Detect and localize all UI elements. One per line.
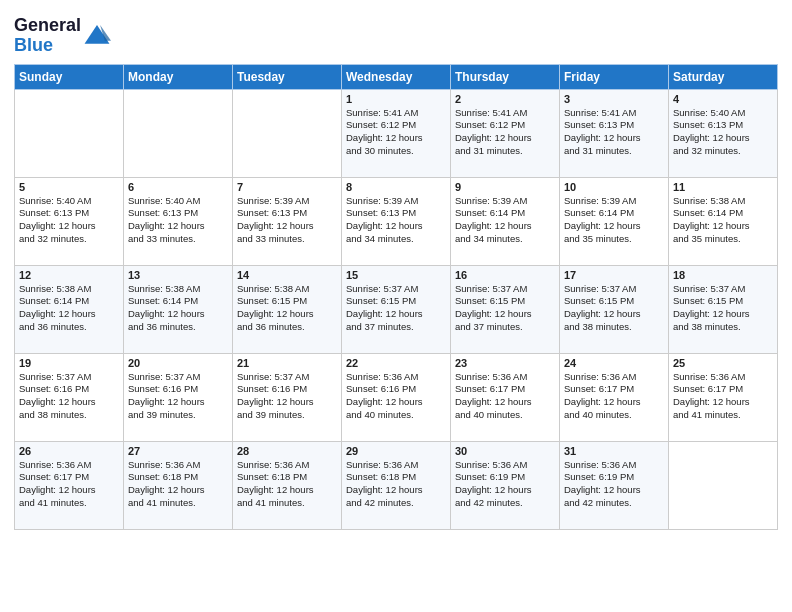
day-number: 30 bbox=[455, 445, 555, 457]
day-number: 24 bbox=[564, 357, 664, 369]
day-info: Sunrise: 5:36 AM Sunset: 6:19 PM Dayligh… bbox=[455, 459, 555, 510]
logo-icon bbox=[83, 22, 111, 50]
calendar-header: SundayMondayTuesdayWednesdayThursdayFrid… bbox=[15, 64, 778, 89]
day-number: 8 bbox=[346, 181, 446, 193]
day-info: Sunrise: 5:36 AM Sunset: 6:17 PM Dayligh… bbox=[564, 371, 664, 422]
day-info: Sunrise: 5:40 AM Sunset: 6:13 PM Dayligh… bbox=[673, 107, 773, 158]
day-number: 21 bbox=[237, 357, 337, 369]
day-number: 13 bbox=[128, 269, 228, 281]
header-row: SundayMondayTuesdayWednesdayThursdayFrid… bbox=[15, 64, 778, 89]
page: GeneralBlue SundayMondayTuesdayWednesday… bbox=[0, 0, 792, 612]
day-number: 2 bbox=[455, 93, 555, 105]
day-number: 15 bbox=[346, 269, 446, 281]
calendar-cell: 14Sunrise: 5:38 AM Sunset: 6:15 PM Dayli… bbox=[233, 265, 342, 353]
calendar-cell: 25Sunrise: 5:36 AM Sunset: 6:17 PM Dayli… bbox=[669, 353, 778, 441]
calendar-cell: 18Sunrise: 5:37 AM Sunset: 6:15 PM Dayli… bbox=[669, 265, 778, 353]
day-number: 17 bbox=[564, 269, 664, 281]
calendar-cell: 10Sunrise: 5:39 AM Sunset: 6:14 PM Dayli… bbox=[560, 177, 669, 265]
day-info: Sunrise: 5:36 AM Sunset: 6:17 PM Dayligh… bbox=[673, 371, 773, 422]
day-number: 16 bbox=[455, 269, 555, 281]
day-number: 5 bbox=[19, 181, 119, 193]
header-day-saturday: Saturday bbox=[669, 64, 778, 89]
day-info: Sunrise: 5:36 AM Sunset: 6:18 PM Dayligh… bbox=[346, 459, 446, 510]
calendar-cell: 3Sunrise: 5:41 AM Sunset: 6:13 PM Daylig… bbox=[560, 89, 669, 177]
day-number: 25 bbox=[673, 357, 773, 369]
calendar-cell: 8Sunrise: 5:39 AM Sunset: 6:13 PM Daylig… bbox=[342, 177, 451, 265]
day-info: Sunrise: 5:36 AM Sunset: 6:17 PM Dayligh… bbox=[455, 371, 555, 422]
header-day-tuesday: Tuesday bbox=[233, 64, 342, 89]
calendar-cell: 21Sunrise: 5:37 AM Sunset: 6:16 PM Dayli… bbox=[233, 353, 342, 441]
day-number: 12 bbox=[19, 269, 119, 281]
calendar-cell: 9Sunrise: 5:39 AM Sunset: 6:14 PM Daylig… bbox=[451, 177, 560, 265]
calendar-cell: 27Sunrise: 5:36 AM Sunset: 6:18 PM Dayli… bbox=[124, 441, 233, 529]
calendar-week-2: 5Sunrise: 5:40 AM Sunset: 6:13 PM Daylig… bbox=[15, 177, 778, 265]
day-info: Sunrise: 5:41 AM Sunset: 6:12 PM Dayligh… bbox=[346, 107, 446, 158]
header: GeneralBlue bbox=[14, 10, 778, 56]
day-info: Sunrise: 5:39 AM Sunset: 6:13 PM Dayligh… bbox=[237, 195, 337, 246]
calendar-cell: 23Sunrise: 5:36 AM Sunset: 6:17 PM Dayli… bbox=[451, 353, 560, 441]
calendar-cell bbox=[233, 89, 342, 177]
calendar-cell: 13Sunrise: 5:38 AM Sunset: 6:14 PM Dayli… bbox=[124, 265, 233, 353]
day-info: Sunrise: 5:37 AM Sunset: 6:16 PM Dayligh… bbox=[19, 371, 119, 422]
header-day-wednesday: Wednesday bbox=[342, 64, 451, 89]
calendar-cell: 30Sunrise: 5:36 AM Sunset: 6:19 PM Dayli… bbox=[451, 441, 560, 529]
day-number: 19 bbox=[19, 357, 119, 369]
calendar-cell: 1Sunrise: 5:41 AM Sunset: 6:12 PM Daylig… bbox=[342, 89, 451, 177]
day-info: Sunrise: 5:36 AM Sunset: 6:17 PM Dayligh… bbox=[19, 459, 119, 510]
day-info: Sunrise: 5:36 AM Sunset: 6:19 PM Dayligh… bbox=[564, 459, 664, 510]
calendar-week-5: 26Sunrise: 5:36 AM Sunset: 6:17 PM Dayli… bbox=[15, 441, 778, 529]
calendar-cell: 7Sunrise: 5:39 AM Sunset: 6:13 PM Daylig… bbox=[233, 177, 342, 265]
day-info: Sunrise: 5:36 AM Sunset: 6:16 PM Dayligh… bbox=[346, 371, 446, 422]
day-info: Sunrise: 5:37 AM Sunset: 6:15 PM Dayligh… bbox=[346, 283, 446, 334]
calendar-cell: 6Sunrise: 5:40 AM Sunset: 6:13 PM Daylig… bbox=[124, 177, 233, 265]
day-info: Sunrise: 5:37 AM Sunset: 6:16 PM Dayligh… bbox=[128, 371, 228, 422]
day-number: 20 bbox=[128, 357, 228, 369]
day-number: 18 bbox=[673, 269, 773, 281]
day-info: Sunrise: 5:39 AM Sunset: 6:13 PM Dayligh… bbox=[346, 195, 446, 246]
calendar-cell: 5Sunrise: 5:40 AM Sunset: 6:13 PM Daylig… bbox=[15, 177, 124, 265]
calendar-body: 1Sunrise: 5:41 AM Sunset: 6:12 PM Daylig… bbox=[15, 89, 778, 529]
day-number: 3 bbox=[564, 93, 664, 105]
calendar-cell: 12Sunrise: 5:38 AM Sunset: 6:14 PM Dayli… bbox=[15, 265, 124, 353]
header-day-sunday: Sunday bbox=[15, 64, 124, 89]
calendar-table: SundayMondayTuesdayWednesdayThursdayFrid… bbox=[14, 64, 778, 530]
day-number: 29 bbox=[346, 445, 446, 457]
header-day-friday: Friday bbox=[560, 64, 669, 89]
header-day-thursday: Thursday bbox=[451, 64, 560, 89]
calendar-cell bbox=[15, 89, 124, 177]
day-info: Sunrise: 5:36 AM Sunset: 6:18 PM Dayligh… bbox=[237, 459, 337, 510]
calendar-cell: 17Sunrise: 5:37 AM Sunset: 6:15 PM Dayli… bbox=[560, 265, 669, 353]
day-info: Sunrise: 5:37 AM Sunset: 6:15 PM Dayligh… bbox=[455, 283, 555, 334]
day-number: 11 bbox=[673, 181, 773, 193]
calendar-cell: 31Sunrise: 5:36 AM Sunset: 6:19 PM Dayli… bbox=[560, 441, 669, 529]
day-info: Sunrise: 5:39 AM Sunset: 6:14 PM Dayligh… bbox=[455, 195, 555, 246]
day-number: 22 bbox=[346, 357, 446, 369]
day-info: Sunrise: 5:37 AM Sunset: 6:15 PM Dayligh… bbox=[673, 283, 773, 334]
day-info: Sunrise: 5:40 AM Sunset: 6:13 PM Dayligh… bbox=[128, 195, 228, 246]
calendar-cell: 29Sunrise: 5:36 AM Sunset: 6:18 PM Dayli… bbox=[342, 441, 451, 529]
logo-text: GeneralBlue bbox=[14, 16, 111, 56]
calendar-cell bbox=[124, 89, 233, 177]
day-info: Sunrise: 5:37 AM Sunset: 6:15 PM Dayligh… bbox=[564, 283, 664, 334]
day-info: Sunrise: 5:38 AM Sunset: 6:14 PM Dayligh… bbox=[673, 195, 773, 246]
calendar-cell: 22Sunrise: 5:36 AM Sunset: 6:16 PM Dayli… bbox=[342, 353, 451, 441]
day-number: 28 bbox=[237, 445, 337, 457]
calendar-cell: 24Sunrise: 5:36 AM Sunset: 6:17 PM Dayli… bbox=[560, 353, 669, 441]
day-info: Sunrise: 5:41 AM Sunset: 6:13 PM Dayligh… bbox=[564, 107, 664, 158]
day-info: Sunrise: 5:40 AM Sunset: 6:13 PM Dayligh… bbox=[19, 195, 119, 246]
day-info: Sunrise: 5:38 AM Sunset: 6:14 PM Dayligh… bbox=[19, 283, 119, 334]
calendar-cell: 28Sunrise: 5:36 AM Sunset: 6:18 PM Dayli… bbox=[233, 441, 342, 529]
calendar-cell: 19Sunrise: 5:37 AM Sunset: 6:16 PM Dayli… bbox=[15, 353, 124, 441]
day-number: 31 bbox=[564, 445, 664, 457]
calendar-cell: 15Sunrise: 5:37 AM Sunset: 6:15 PM Dayli… bbox=[342, 265, 451, 353]
day-info: Sunrise: 5:41 AM Sunset: 6:12 PM Dayligh… bbox=[455, 107, 555, 158]
day-number: 14 bbox=[237, 269, 337, 281]
day-number: 27 bbox=[128, 445, 228, 457]
logo: GeneralBlue bbox=[14, 16, 111, 56]
day-number: 6 bbox=[128, 181, 228, 193]
calendar-cell bbox=[669, 441, 778, 529]
day-number: 23 bbox=[455, 357, 555, 369]
day-info: Sunrise: 5:38 AM Sunset: 6:14 PM Dayligh… bbox=[128, 283, 228, 334]
day-info: Sunrise: 5:38 AM Sunset: 6:15 PM Dayligh… bbox=[237, 283, 337, 334]
day-number: 1 bbox=[346, 93, 446, 105]
